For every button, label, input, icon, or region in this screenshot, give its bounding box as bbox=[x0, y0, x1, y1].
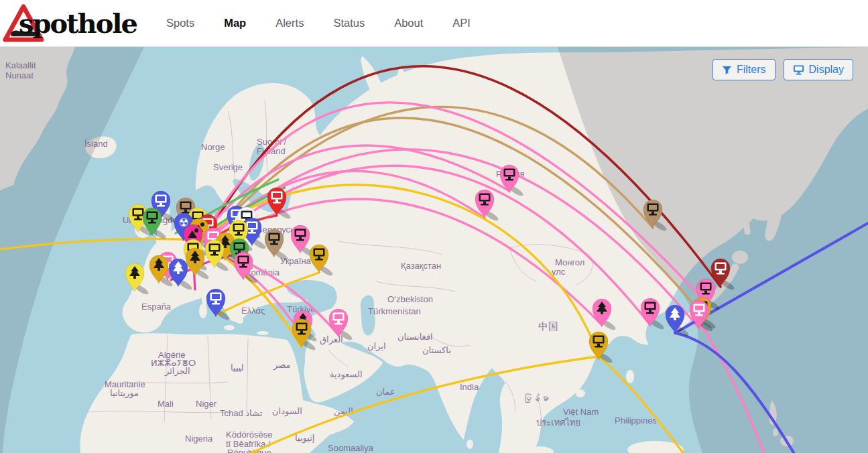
country-label: Ködörösêse bbox=[226, 430, 272, 440]
island bbox=[467, 440, 473, 449]
country-label: الجزائر bbox=[164, 366, 190, 377]
country-label: Philippines bbox=[615, 415, 657, 426]
island bbox=[626, 370, 634, 383]
country-label: Tchad تشاد bbox=[220, 408, 263, 418]
country-label: မြန်မာ bbox=[523, 393, 549, 403]
country-label: موريتانيا bbox=[110, 388, 139, 399]
country-label: ايران bbox=[367, 341, 386, 352]
country-label: Ελλάς bbox=[241, 306, 265, 316]
country-label: Sverige bbox=[213, 162, 243, 172]
nav-item-spots[interactable]: Spots bbox=[166, 17, 194, 29]
nav-item-map[interactable]: Map bbox=[224, 17, 246, 29]
country-label: Монгол bbox=[555, 257, 584, 267]
country-label: ليبيا bbox=[231, 363, 244, 373]
map-controls: Filters Display bbox=[712, 59, 853, 80]
brand-name: spothole bbox=[19, 7, 137, 39]
map-container[interactable]: KalaallitNunaatÍslandNorgeSverigeSuomi /… bbox=[0, 47, 868, 453]
country-label: España bbox=[141, 302, 172, 312]
island bbox=[397, 68, 405, 92]
country-label: Қазақстан bbox=[401, 261, 441, 271]
nav-item-api[interactable]: API bbox=[452, 17, 471, 29]
island bbox=[202, 295, 207, 306]
country-label: السعودية bbox=[330, 369, 363, 380]
map-canvas[interactable]: KalaallitNunaatÍslandNorgeSverigeSuomi /… bbox=[0, 47, 868, 453]
nav-item-about[interactable]: About bbox=[394, 17, 423, 29]
country-label: عمان bbox=[376, 387, 395, 397]
island bbox=[576, 389, 585, 397]
display-monitor-icon bbox=[793, 64, 804, 75]
country-label: ประเทศไทย bbox=[536, 417, 580, 428]
island bbox=[199, 304, 207, 318]
country-label: O‘zbekiston bbox=[387, 294, 433, 304]
filters-button[interactable]: Filters bbox=[712, 59, 776, 80]
country-label: India bbox=[460, 382, 479, 392]
country-label: Soomaaliya bbox=[328, 443, 374, 453]
filters-button-label: Filters bbox=[737, 64, 766, 76]
country-label: Nigeria bbox=[185, 434, 213, 444]
country-label: باكستان bbox=[422, 345, 451, 355]
nav-item-alerts[interactable]: Alerts bbox=[275, 17, 304, 29]
display-button[interactable]: Display bbox=[784, 59, 853, 80]
top-navbar: spothole SpotsMapAlertsStatusAboutAPI bbox=[0, 0, 868, 47]
country-label: العراق bbox=[320, 334, 343, 345]
country-label: République bbox=[227, 448, 271, 453]
country-label: 中国 bbox=[538, 320, 558, 332]
island bbox=[257, 331, 269, 335]
island bbox=[224, 325, 235, 330]
country-label: Norge bbox=[201, 142, 225, 152]
country-label: Niger bbox=[196, 399, 217, 409]
country-label: مصر bbox=[273, 360, 290, 371]
display-button-label: Display bbox=[809, 64, 844, 76]
country-label: улс bbox=[552, 267, 566, 277]
country-label: Mali bbox=[158, 399, 174, 409]
country-label: افغانستان bbox=[397, 332, 433, 342]
nav-item-status[interactable]: Status bbox=[333, 17, 365, 29]
country-label: Việt Nam bbox=[563, 407, 599, 417]
country-label: إثيوبيا bbox=[295, 433, 314, 444]
country-label: Türkmenistan bbox=[368, 306, 421, 316]
brand-logo[interactable]: spothole bbox=[3, 3, 137, 44]
main-nav: SpotsMapAlertsStatusAboutAPI bbox=[166, 17, 471, 29]
filter-funnel-icon bbox=[722, 65, 732, 75]
country-label: السودان bbox=[272, 406, 302, 417]
